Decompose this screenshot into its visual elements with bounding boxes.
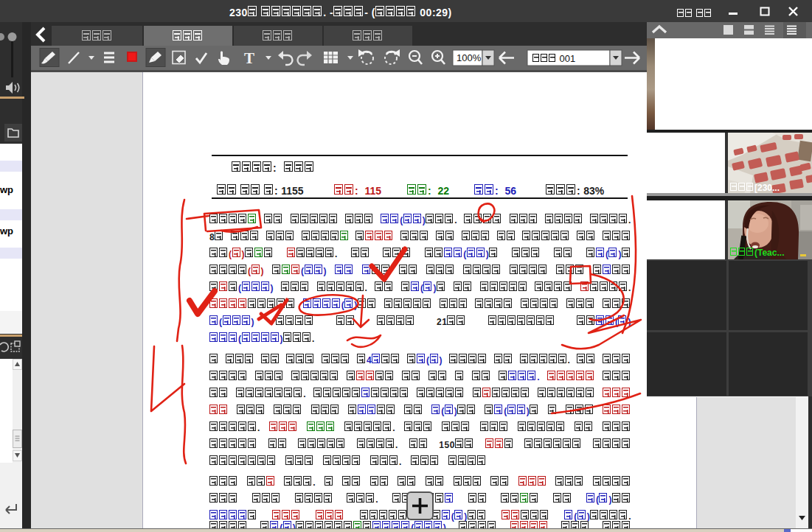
svg-text:100%: 100%	[457, 52, 482, 63]
svg-text:T: T	[244, 49, 254, 67]
